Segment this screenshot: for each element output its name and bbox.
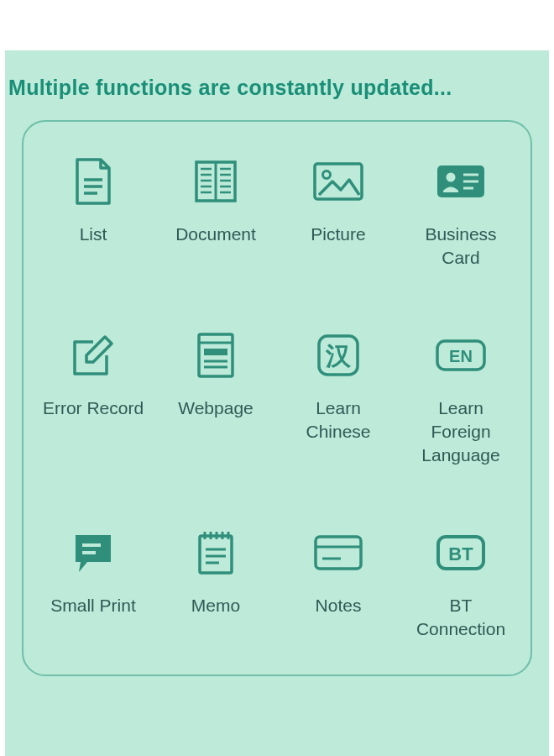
notes-icon — [312, 527, 364, 579]
edit-icon — [70, 329, 117, 381]
svg-rect-24 — [204, 349, 227, 355]
feature-notes[interactable]: Notes — [279, 527, 398, 642]
chinese-character-icon: 汉 — [316, 329, 361, 381]
picture-icon — [312, 155, 364, 207]
feature-document[interactable]: Document — [156, 155, 275, 270]
feature-label: Picture — [311, 223, 365, 246]
list-icon — [72, 155, 114, 207]
svg-text:汉: 汉 — [325, 342, 352, 370]
svg-point-16 — [323, 171, 331, 179]
svg-point-18 — [447, 173, 456, 182]
feature-card: List — [22, 120, 532, 676]
feature-business-card[interactable]: Business Card — [401, 155, 520, 270]
feature-label: Learn Chinese — [284, 396, 393, 444]
svg-rect-42 — [316, 537, 361, 569]
en-badge-icon: EN — [434, 329, 488, 381]
memo-icon — [196, 527, 236, 579]
feature-memo[interactable]: Memo — [156, 527, 275, 642]
feature-label: Small Print — [50, 594, 136, 617]
headline-text: Multiple functions are constantly update… — [5, 76, 549, 120]
feature-panel: Multiple functions are constantly update… — [5, 50, 549, 756]
svg-text:EN: EN — [449, 347, 473, 365]
feature-label: Error Record — [43, 396, 144, 420]
svg-rect-33 — [200, 536, 232, 573]
speech-bubble-icon — [71, 527, 116, 579]
webpage-icon — [196, 329, 236, 381]
svg-text:BT: BT — [448, 543, 473, 564]
feature-error-record[interactable]: Error Record — [34, 329, 153, 468]
feature-label: Memo — [191, 594, 240, 617]
feature-label: List — [80, 223, 107, 246]
feature-label: Webpage — [178, 396, 253, 420]
feature-picture[interactable]: Picture — [279, 155, 398, 270]
feature-label: Business Card — [406, 223, 515, 270]
feature-label: Document — [175, 223, 256, 246]
feature-grid: List — [34, 155, 520, 641]
feature-label: BT Connection — [406, 594, 515, 642]
bt-badge-icon: BT — [435, 527, 487, 579]
feature-list[interactable]: List — [34, 155, 153, 270]
feature-small-print[interactable]: Small Print — [34, 527, 153, 642]
business-card-icon — [435, 155, 487, 207]
feature-learn-chinese[interactable]: 汉 Learn Chinese — [279, 329, 398, 468]
feature-learn-foreign[interactable]: EN Learn Foreign Language — [401, 329, 520, 468]
feature-webpage[interactable]: Webpage — [156, 329, 275, 468]
feature-label: Learn Foreign Language — [406, 396, 515, 468]
feature-label: Notes — [316, 594, 362, 617]
document-icon — [193, 155, 238, 207]
feature-bt-connection[interactable]: BT BT Connection — [401, 527, 520, 642]
